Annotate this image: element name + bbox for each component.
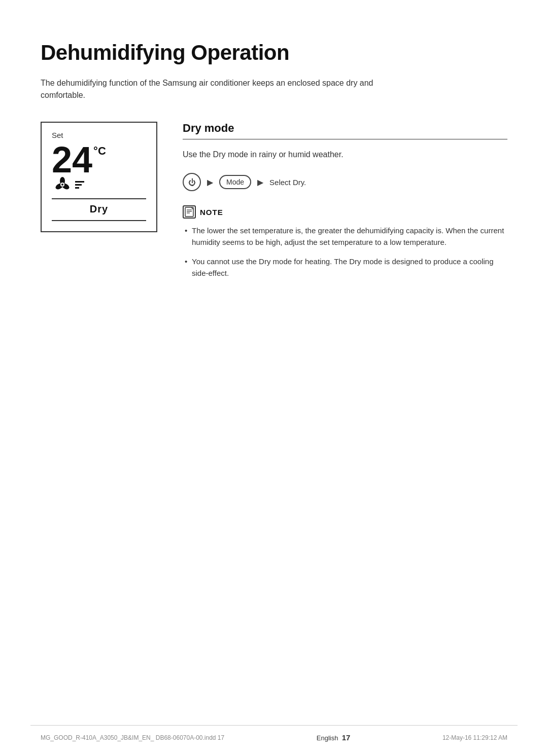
bar-2 [75, 184, 82, 186]
mode-label: Dry [52, 203, 146, 215]
footer-page-info: English 17 [317, 733, 351, 742]
footer-page-label: English [317, 734, 338, 742]
panel-divider-bottom [52, 220, 146, 221]
bar-3 [75, 187, 79, 189]
bar-1 [75, 181, 84, 183]
mode-button: Mode [219, 175, 251, 189]
svg-point-13 [61, 184, 63, 186]
fan-icon [54, 176, 71, 193]
temperature-unit: °C [93, 145, 106, 158]
temperature-row: 24 °C [52, 141, 146, 178]
note-item-1: The lower the set temperature is, the gr… [183, 225, 507, 248]
note-item-2: You cannot use the Dry mode for heating.… [183, 256, 507, 279]
note-header: NOTE [183, 205, 507, 219]
sound-bars [75, 181, 84, 189]
footer-page-number: 17 [342, 733, 351, 742]
fan-icon-row [54, 176, 146, 193]
arrow-icon-1: ▶ [207, 177, 213, 187]
set-label: Set [52, 131, 146, 139]
footer-file-info: MG_GOOD_R-410A_A3050_JB&IM_EN_ DB68-0607… [41, 734, 224, 741]
temperature-number: 24 [52, 141, 92, 178]
arrow-icon-2: ▶ [257, 177, 263, 187]
note-section: NOTE The lower the set temperature is, t… [183, 205, 507, 279]
page-title: Dehumidifying Operation [41, 41, 507, 65]
page-container: Dehumidifying Operation The dehumidifyin… [0, 0, 548, 756]
instruction-row: ⏻ ▶ Mode ▶ Select Dry. [183, 173, 507, 191]
right-content: Dry mode Use the Dry mode in rainy or hu… [183, 122, 507, 286]
power-symbol: ⏻ [188, 178, 196, 187]
select-dry-text: Select Dry. [269, 178, 306, 187]
section-title: Dry mode [183, 122, 507, 139]
note-icon [183, 205, 196, 219]
intro-paragraph: The dehumidifying function of the Samsun… [41, 77, 396, 101]
note-document-icon [185, 207, 194, 217]
power-button-icon: ⏻ [183, 173, 201, 191]
panel-divider [52, 198, 146, 199]
footer-line [30, 725, 518, 726]
main-content-area: Set 24 °C [41, 122, 507, 286]
page-footer: MG_GOOD_R-410A_A3050_JB&IM_EN_ DB68-0607… [0, 733, 548, 742]
display-panel: Set 24 °C [41, 122, 157, 232]
note-label: NOTE [200, 208, 223, 217]
section-subtitle: Use the Dry mode in rainy or humid weath… [183, 149, 507, 161]
svg-rect-14 [185, 207, 193, 217]
note-list: The lower the set temperature is, the gr… [183, 225, 507, 279]
footer-date-info: 12-May-16 11:29:12 AM [442, 734, 507, 741]
